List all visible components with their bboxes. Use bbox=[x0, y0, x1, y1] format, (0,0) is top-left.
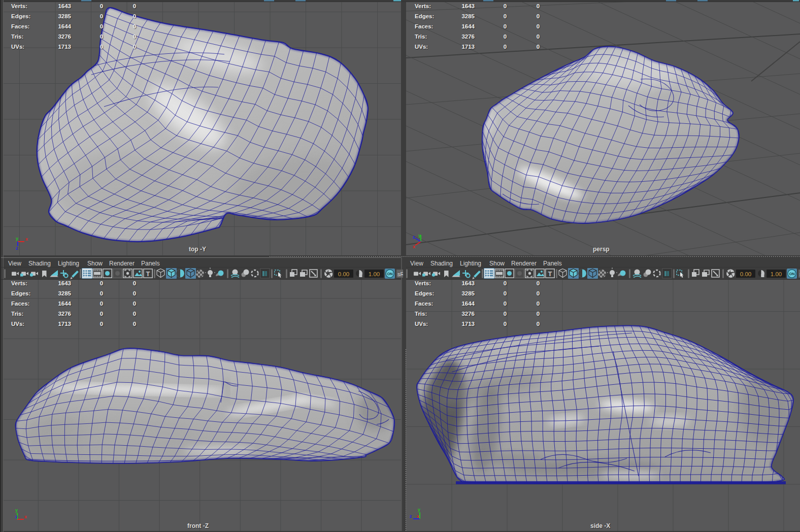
svg-text:sR: sR bbox=[397, 271, 403, 277]
svg-text:z: z bbox=[413, 235, 415, 240]
svg-text:T: T bbox=[146, 270, 150, 278]
svg-text:y: y bbox=[15, 508, 18, 513]
svg-text:x: x bbox=[413, 244, 415, 249]
svg-text:ON: ON bbox=[789, 272, 794, 276]
svg-text:1.00: 1.00 bbox=[771, 271, 782, 277]
svg-text:1.00: 1.00 bbox=[369, 271, 380, 277]
svg-text:T: T bbox=[548, 270, 552, 278]
svg-text:y: y bbox=[16, 236, 18, 241]
svg-text:0.00: 0.00 bbox=[740, 271, 751, 277]
svg-text:z: z bbox=[16, 246, 18, 251]
svg-text:y: y bbox=[418, 508, 420, 512]
svg-text:y: y bbox=[418, 234, 421, 238]
svg-text:x: x bbox=[25, 237, 28, 242]
svg-text:ON: ON bbox=[387, 272, 392, 276]
svg-text:x: x bbox=[24, 514, 27, 519]
svg-text:z: z bbox=[15, 514, 18, 519]
svg-text:x: x bbox=[417, 514, 419, 519]
svg-text:0.00: 0.00 bbox=[338, 271, 349, 277]
svg-text:z: z bbox=[410, 514, 412, 519]
